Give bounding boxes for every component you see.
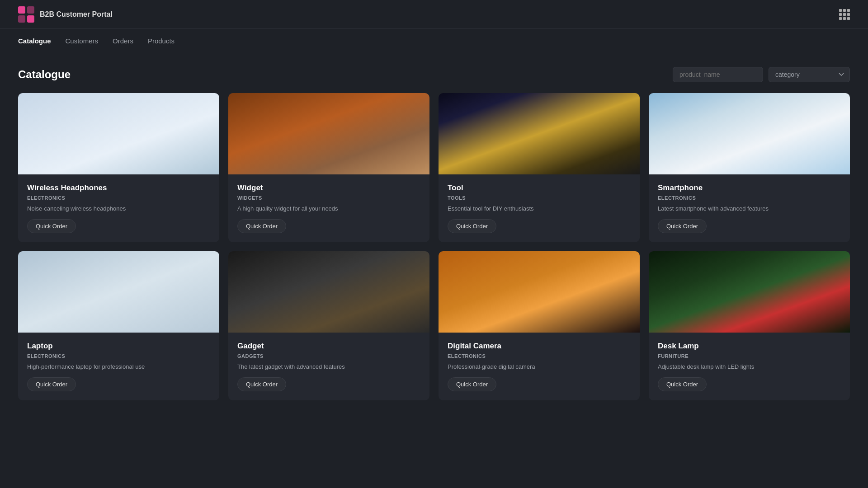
product-card: Desk Lamp FURNITURE Adjustable desk lamp… (649, 251, 850, 400)
main-nav: Catalogue Customers Orders Products (0, 29, 868, 52)
quick-order-button[interactable]: Quick Order (448, 377, 496, 391)
product-info: Smartphone ELECTRONICS Latest smartphone… (649, 174, 850, 242)
catalogue-filters: category Electronics Gadgets Tools Widge… (673, 67, 850, 82)
product-description: Essential tool for DIY enthusiasts (448, 205, 631, 212)
catalogue-header: Catalogue category Electronics Gadgets T… (18, 67, 850, 82)
svg-rect-0 (18, 6, 25, 14)
product-image (649, 251, 850, 333)
product-category: TOOLS (448, 195, 631, 201)
nav-item-orders[interactable]: Orders (113, 37, 133, 45)
product-info: Laptop ELECTRONICS High-performance lapt… (18, 333, 219, 400)
product-description: The latest gadget with advanced features (237, 363, 420, 370)
catalogue-title: Catalogue (18, 68, 71, 81)
product-name-search[interactable] (673, 67, 763, 82)
grid-menu-button[interactable] (839, 9, 850, 20)
product-name: Gadget (237, 342, 420, 351)
nav-item-catalogue[interactable]: Catalogue (18, 37, 51, 45)
product-name: Smartphone (658, 183, 841, 192)
product-info: Desk Lamp FURNITURE Adjustable desk lamp… (649, 333, 850, 400)
product-image (18, 93, 219, 174)
product-info: Tool TOOLS Essential tool for DIY enthus… (439, 174, 640, 242)
product-description: Professional-grade digital camera (448, 363, 631, 370)
product-grid: Wireless Headphones ELECTRONICS Noise-ca… (18, 93, 850, 400)
svg-rect-2 (18, 15, 25, 23)
product-name: Desk Lamp (658, 342, 841, 351)
product-image (228, 251, 429, 333)
product-description: Adjustable desk lamp with LED lights (658, 363, 841, 370)
product-name: Widget (237, 183, 420, 192)
product-name: Wireless Headphones (27, 183, 210, 192)
product-info: Wireless Headphones ELECTRONICS Noise-ca… (18, 174, 219, 242)
svg-rect-1 (27, 6, 34, 14)
product-image (439, 251, 640, 333)
quick-order-button[interactable]: Quick Order (658, 377, 707, 391)
product-info: Digital Camera ELECTRONICS Professional-… (439, 333, 640, 400)
product-image (18, 251, 219, 333)
product-image (439, 93, 640, 174)
product-category: FURNITURE (658, 353, 841, 359)
quick-order-button[interactable]: Quick Order (658, 219, 707, 233)
logo-icon (18, 6, 34, 23)
product-category: GADGETS (237, 353, 420, 359)
category-filter[interactable]: category Electronics Gadgets Tools Widge… (769, 67, 850, 82)
header-left: B2B Customer Portal (18, 6, 113, 23)
app-title: B2B Customer Portal (40, 10, 113, 19)
product-card: Tool TOOLS Essential tool for DIY enthus… (439, 93, 640, 242)
quick-order-button[interactable]: Quick Order (237, 377, 286, 391)
apps-icon (839, 9, 850, 20)
main-content: Catalogue category Electronics Gadgets T… (0, 52, 868, 415)
product-name: Digital Camera (448, 342, 631, 351)
product-image (649, 93, 850, 174)
product-description: High-performance laptop for professional… (27, 363, 210, 370)
product-category: ELECTRONICS (658, 195, 841, 201)
nav-item-customers[interactable]: Customers (66, 37, 99, 45)
product-category: ELECTRONICS (448, 353, 631, 359)
product-card: Laptop ELECTRONICS High-performance lapt… (18, 251, 219, 400)
product-category: ELECTRONICS (27, 353, 210, 359)
product-category: ELECTRONICS (27, 195, 210, 201)
product-card: Widget WIDGETS A high-quality widget for… (228, 93, 429, 242)
quick-order-button[interactable]: Quick Order (237, 219, 286, 233)
header: B2B Customer Portal (0, 0, 868, 29)
product-card: Smartphone ELECTRONICS Latest smartphone… (649, 93, 850, 242)
quick-order-button[interactable]: Quick Order (448, 219, 496, 233)
product-name: Tool (448, 183, 631, 192)
product-description: A high-quality widget for all your needs (237, 205, 420, 212)
product-image (228, 93, 429, 174)
product-description: Latest smartphone with advanced features (658, 205, 841, 212)
product-info: Gadget GADGETS The latest gadget with ad… (228, 333, 429, 400)
product-card: Wireless Headphones ELECTRONICS Noise-ca… (18, 93, 219, 242)
product-info: Widget WIDGETS A high-quality widget for… (228, 174, 429, 242)
product-card: Digital Camera ELECTRONICS Professional-… (439, 251, 640, 400)
quick-order-button[interactable]: Quick Order (27, 219, 76, 233)
product-description: Noise-canceling wireless headphones (27, 205, 210, 212)
product-card: Gadget GADGETS The latest gadget with ad… (228, 251, 429, 400)
product-category: WIDGETS (237, 195, 420, 201)
svg-rect-3 (27, 15, 34, 23)
nav-item-products[interactable]: Products (148, 37, 175, 45)
product-name: Laptop (27, 342, 210, 351)
quick-order-button[interactable]: Quick Order (27, 377, 76, 391)
